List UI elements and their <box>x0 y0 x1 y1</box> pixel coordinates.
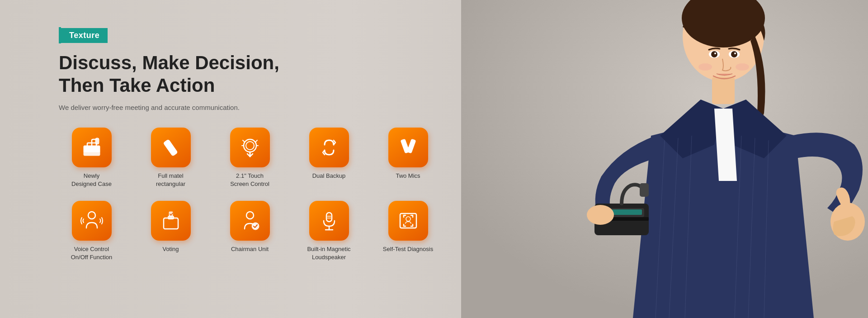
feature-dual-backup: Dual Backup <box>296 128 362 180</box>
backup-icon <box>317 136 341 159</box>
svg-point-21 <box>731 51 737 57</box>
feature-voting: Voting <box>138 201 203 253</box>
touch-screen-label: 2.1" TouchScreen Control <box>230 172 269 188</box>
two-mics-label: Two Mics <box>396 172 420 180</box>
svg-point-19 <box>714 52 716 54</box>
chairman-unit-icon-box <box>230 201 270 241</box>
self-test-icon-box <box>388 201 428 241</box>
svg-point-49 <box>406 217 410 221</box>
person-image <box>461 0 868 318</box>
chairman-unit-label: Chairman Unit <box>231 245 269 253</box>
main-title: Discuss, Make Decision, Then Take Action <box>59 52 448 97</box>
svg-rect-48 <box>400 214 416 228</box>
voting-icon <box>159 209 183 233</box>
voting-icon-box <box>151 201 191 241</box>
feature-full-matel: Full matelrectangular <box>138 128 203 188</box>
voice-icon <box>80 209 104 233</box>
feature-chairman-unit: Chairman Unit <box>217 201 283 253</box>
two-mics-icon-box <box>388 128 428 167</box>
svg-rect-26 <box>95 138 99 144</box>
newly-designed-case-icon-box <box>72 128 112 167</box>
svg-point-37 <box>88 212 95 219</box>
dual-backup-label: Dual Backup <box>312 172 346 180</box>
built-in-speaker-label: Built-in MagneticLoudspeaker <box>307 245 350 261</box>
features-grid: NewlyDesigned Case Full matelrectangular <box>59 128 448 262</box>
selftest-icon <box>396 209 420 233</box>
speaker-icon <box>317 209 341 233</box>
svg-rect-36 <box>407 139 416 153</box>
subtitle: We deliver worry-free meeting and accura… <box>59 104 448 111</box>
features-row-1: NewlyDesigned Case Full matelrectangular <box>59 128 448 188</box>
feature-built-in-speaker: Built-in MagneticLoudspeaker <box>296 201 362 261</box>
feature-touch-screen: 2.1" TouchScreen Control <box>217 128 283 188</box>
feature-self-test: Self-Test Diagnosis <box>375 201 441 253</box>
svg-point-23 <box>698 63 712 71</box>
voice-control-icon-box <box>72 201 112 241</box>
chairman-icon <box>238 209 262 233</box>
svg-rect-14 <box>640 183 649 197</box>
svg-point-18 <box>711 51 717 57</box>
title-line2: Then Take Action <box>59 74 448 97</box>
built-in-speaker-icon-box <box>309 201 349 241</box>
voting-label: Voting <box>162 245 179 253</box>
svg-rect-3 <box>712 77 735 104</box>
self-test-label: Self-Test Diagnosis <box>383 245 433 253</box>
full-matel-icon-box <box>151 128 191 167</box>
texture-badge: Texture <box>59 27 108 43</box>
title-line1: Discuss, Make Decision, <box>59 52 448 74</box>
texture-label: Texture <box>61 28 108 43</box>
feature-two-mics: Two Mics <box>375 128 441 180</box>
newly-designed-case-label: NewlyDesigned Case <box>71 172 112 188</box>
rectangular-icon <box>159 136 183 159</box>
svg-point-42 <box>252 223 259 230</box>
dual-backup-icon-box <box>309 128 349 167</box>
full-matel-label: Full matelrectangular <box>156 172 185 188</box>
svg-point-24 <box>736 63 749 71</box>
svg-point-30 <box>246 142 254 150</box>
svg-line-32 <box>255 140 257 142</box>
touch-icon <box>238 136 262 159</box>
svg-point-16 <box>587 205 614 225</box>
svg-point-41 <box>246 212 254 219</box>
svg-rect-43 <box>326 213 332 222</box>
svg-rect-25 <box>84 146 100 152</box>
touch-screen-icon-box <box>230 128 270 167</box>
case-icon <box>80 136 104 159</box>
svg-rect-38 <box>164 218 178 229</box>
svg-line-31 <box>243 140 245 142</box>
feature-newly-designed-case: NewlyDesigned Case <box>59 128 124 188</box>
content-area: Texture Discuss, Make Decision, Then Tak… <box>59 27 448 262</box>
features-row-2: Voice ControlOn/Off Function <box>59 201 448 261</box>
mics-icon <box>396 136 420 159</box>
svg-point-22 <box>734 52 736 54</box>
feature-voice-control: Voice ControlOn/Off Function <box>59 201 124 261</box>
voice-control-label: Voice ControlOn/Off Function <box>71 245 113 261</box>
